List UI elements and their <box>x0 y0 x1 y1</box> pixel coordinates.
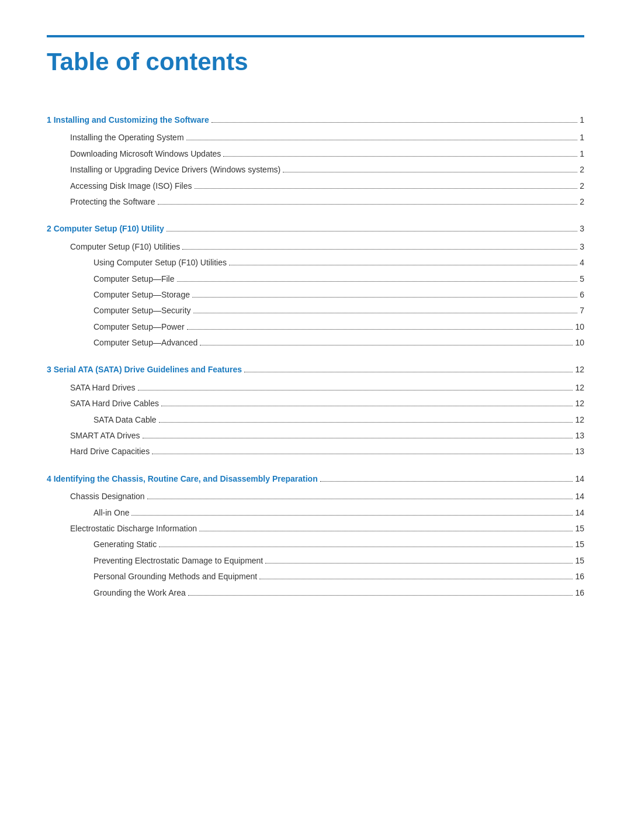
toc-section-page: 2 <box>580 195 584 208</box>
toc-section-title: Installing or Upgrading Device Drivers (… <box>70 163 280 176</box>
toc-subsection-item[interactable]: Personal Grounding Methods and Equipment… <box>47 570 584 583</box>
toc-section-title: Hard Drive Capacities <box>70 445 150 458</box>
toc-subsection-item[interactable]: Computer Setup—Advanced 10 <box>47 336 584 349</box>
toc-section-page: 12 <box>575 397 584 410</box>
toc-section-page: 14 <box>575 490 584 503</box>
toc-section-title: Downloading Microsoft Windows Updates <box>70 147 221 160</box>
toc-subsection-page: 16 <box>575 586 584 599</box>
toc-subsection-item[interactable]: Preventing Electrostatic Damage to Equip… <box>47 554 584 567</box>
toc-dots <box>177 281 578 282</box>
toc-subsection-page: 7 <box>580 304 584 317</box>
toc-subsection-item[interactable]: Computer Setup—File 5 <box>47 272 584 285</box>
toc-subsection-title: Using Computer Setup (F10) Utilities <box>93 256 227 269</box>
toc-section-title: SATA Hard Drive Cables <box>70 397 159 410</box>
toc-section-item[interactable]: Computer Setup (F10) Utilities 3 <box>47 240 584 253</box>
page-title: Table of contents <box>47 48 584 78</box>
toc-subsection-item[interactable]: SATA Data Cable 12 <box>47 413 584 426</box>
toc-subsection-page: 10 <box>575 320 584 333</box>
toc-section-title: Accessing Disk Image (ISO) Files <box>70 179 192 192</box>
toc-dots <box>138 390 573 390</box>
toc-section-page: 15 <box>575 522 584 535</box>
toc-dots <box>161 406 573 406</box>
toc-dots <box>186 140 578 140</box>
toc-chapter-1-entry[interactable]: 1 Installing and Customizing the Softwar… <box>47 113 584 126</box>
toc-dots <box>195 188 578 189</box>
toc-subsection-page: 6 <box>580 288 584 301</box>
toc-section-page: 2 <box>580 179 584 192</box>
toc-chapter-4-entry[interactable]: 4 Identifying the Chassis, Routine Care,… <box>47 472 584 485</box>
toc-subsection-item[interactable]: All-in One 14 <box>47 506 584 519</box>
toc-subsection-title: Grounding the Work Area <box>93 586 186 599</box>
toc-section-item[interactable]: SATA Hard Drives 12 <box>47 381 584 394</box>
toc-subsection-item[interactable]: Computer Setup—Power 10 <box>47 320 584 333</box>
toc-chapter-1-title: 1 Installing and Customizing the Softwar… <box>47 113 209 126</box>
toc-dots <box>167 231 578 231</box>
toc-chapter-4: 4 Identifying the Chassis, Routine Care,… <box>47 472 584 599</box>
toc-section-page: 13 <box>575 445 584 458</box>
toc-subsection-title: Preventing Electrostatic Damage to Equip… <box>93 554 263 567</box>
toc-chapter-1: 1 Installing and Customizing the Softwar… <box>47 113 584 208</box>
toc-chapter-1-page: 1 <box>580 113 584 126</box>
toc-dots <box>212 122 578 123</box>
toc-chapter-2-entry[interactable]: 2 Computer Setup (F10) Utility 3 <box>47 222 584 235</box>
toc-subsection-item[interactable]: Computer Setup—Security 7 <box>47 304 584 317</box>
toc-chapter-3: 3 Serial ATA (SATA) Drive Guidelines and… <box>47 363 584 458</box>
toc-subsection-title: Generating Static <box>93 538 157 551</box>
toc-dots <box>192 297 577 298</box>
toc-dots <box>229 265 577 265</box>
toc-chapter-3-entry[interactable]: 3 Serial ATA (SATA) Drive Guidelines and… <box>47 363 584 376</box>
toc-dots <box>188 595 573 596</box>
toc-subsection-page: 4 <box>580 256 584 269</box>
toc-section-item[interactable]: SMART ATA Drives 13 <box>47 429 584 442</box>
toc-section-item[interactable]: Installing or Upgrading Device Drivers (… <box>47 163 584 176</box>
toc-dots <box>193 313 578 313</box>
toc-section-item[interactable]: Protecting the Software 2 <box>47 195 584 208</box>
toc-section-item[interactable]: Accessing Disk Image (ISO) Files 2 <box>47 179 584 192</box>
toc-subsection-page: 15 <box>575 538 584 551</box>
toc-section-page: 13 <box>575 429 584 442</box>
toc-chapter-4-title: 4 Identifying the Chassis, Routine Care,… <box>47 472 318 485</box>
toc-dots <box>265 563 573 564</box>
toc-section-item[interactable]: SATA Hard Drive Cables 12 <box>47 397 584 410</box>
toc-section-page: 3 <box>580 240 584 253</box>
toc-section-title: SMART ATA Drives <box>70 429 140 442</box>
toc-chapter-2: 2 Computer Setup (F10) Utility 3 Compute… <box>47 222 584 349</box>
toc-dots <box>147 499 573 499</box>
toc-subsection-title: Computer Setup—Storage <box>93 288 190 301</box>
toc-subsection-page: 5 <box>580 272 584 285</box>
toc-section-item[interactable]: Downloading Microsoft Windows Updates 1 <box>47 147 584 160</box>
toc-dots <box>223 156 577 157</box>
toc-subsection-title: All-in One <box>93 506 129 519</box>
toc-subsection-item[interactable]: Computer Setup—Storage 6 <box>47 288 584 301</box>
toc-section-title: Chassis Designation <box>70 490 145 503</box>
toc-dots <box>159 547 573 547</box>
toc-dots <box>182 249 577 250</box>
toc-dots <box>159 422 573 423</box>
toc-section-title: Protecting the Software <box>70 195 155 208</box>
toc-section-item[interactable]: Chassis Designation 14 <box>47 490 584 503</box>
toc-chapter-4-page: 14 <box>575 472 584 485</box>
toc-dots <box>200 345 573 345</box>
toc-subsection-title: Personal Grounding Methods and Equipment <box>93 570 257 583</box>
toc-container: 1 Installing and Customizing the Softwar… <box>47 113 584 599</box>
toc-section-title: Computer Setup (F10) Utilities <box>70 240 180 253</box>
toc-section-item[interactable]: Hard Drive Capacities 13 <box>47 445 584 458</box>
toc-subsection-item[interactable]: Using Computer Setup (F10) Utilities 4 <box>47 256 584 269</box>
toc-section-title: Installing the Operating System <box>70 131 184 144</box>
toc-section-item[interactable]: Electrostatic Discharge Information 15 <box>47 522 584 535</box>
toc-dots <box>199 531 573 531</box>
toc-dots <box>283 172 577 172</box>
toc-chapter-3-title: 3 Serial ATA (SATA) Drive Guidelines and… <box>47 363 242 376</box>
toc-subsection-item[interactable]: Grounding the Work Area 16 <box>47 586 584 599</box>
toc-chapter-2-page: 3 <box>580 222 584 235</box>
toc-dots <box>143 438 573 438</box>
toc-subsection-page: 16 <box>575 570 584 583</box>
toc-subsection-page: 10 <box>575 336 584 349</box>
toc-subsection-title: Computer Setup—Power <box>93 320 185 333</box>
toc-subsection-item[interactable]: Generating Static 15 <box>47 538 584 551</box>
toc-subsection-title: SATA Data Cable <box>93 413 157 426</box>
toc-subsection-page: 14 <box>575 506 584 519</box>
toc-section-page: 1 <box>580 131 584 144</box>
toc-subsection-title: Computer Setup—Security <box>93 304 191 317</box>
toc-section-item[interactable]: Installing the Operating System 1 <box>47 131 584 144</box>
